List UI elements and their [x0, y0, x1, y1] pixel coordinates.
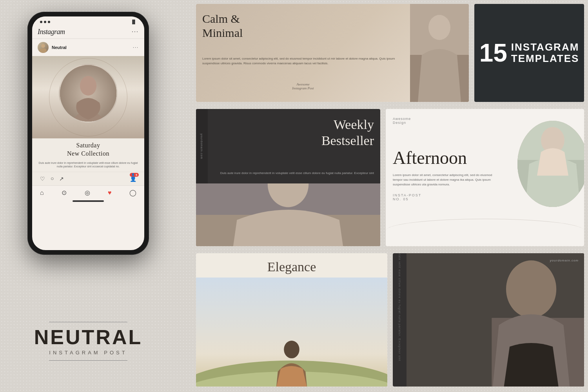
dot-4	[52, 21, 54, 23]
notification-badge: 👤 5	[130, 173, 139, 177]
status-bar: ▐▌	[32, 16, 144, 25]
bottom-row: Elegance	[196, 253, 584, 387]
afternoon-body: Lorem ipsum dolor sit amet, consectetur …	[393, 173, 494, 187]
dot-1	[40, 21, 42, 23]
nav-bar: ⌂ ⊙ ◎ ♥ ◯	[32, 185, 144, 199]
badge-number: 15	[479, 40, 507, 65]
heart-nav-icon[interactable]: ♥	[108, 189, 112, 196]
weekly-title: Weekly Bestseller	[214, 117, 374, 149]
elegance-photo	[196, 278, 387, 387]
notification-wrapper: 👤 👤 5	[130, 175, 136, 182]
elegance-title: Elegance	[203, 260, 380, 274]
brand-line-bottom	[49, 360, 127, 361]
like-icon[interactable]: ♡	[40, 176, 45, 182]
svg-point-3	[80, 76, 96, 96]
brand-subtitle: INSTAGRAM POST	[27, 350, 149, 356]
profile-name: Neutral	[52, 45, 130, 50]
card-dark-main: yourdomain.com Dark & Elegant	[407, 253, 584, 387]
home-indicator	[73, 200, 104, 202]
dot-2	[44, 21, 46, 23]
home-nav-icon[interactable]: ⌂	[40, 189, 44, 196]
afternoon-arc	[386, 219, 584, 242]
badge-text: INSTAGRAM TEMPLATES	[511, 42, 579, 64]
template-grid: Calm & Minimal Lorem ipsum dolor sit ame…	[196, 4, 584, 388]
calm-title: Calm & Minimal	[202, 12, 404, 40]
dark-photo: yourdomain.com	[407, 253, 584, 387]
card-elegance: Elegance	[196, 253, 387, 387]
card-calm-left: Calm & Minimal Lorem ipsum dolor sit ame…	[196, 4, 410, 102]
profile-nav-icon[interactable]: ◯	[129, 189, 136, 196]
post-title-area: Saturday New Collection	[32, 138, 144, 160]
card-dark-elegant: Duis aute irure dolor in reprehenderit i…	[393, 253, 584, 387]
post-profile-row: Neutral ···	[32, 39, 144, 56]
card-weekly-content: Weekly Bestseller Duis aute irure dolor …	[208, 109, 380, 183]
calm-photo	[410, 4, 469, 102]
notification-icon: 👤	[131, 173, 135, 176]
svg-point-1	[40, 48, 47, 53]
camera-nav-icon[interactable]: ◎	[85, 189, 90, 196]
badge-line2: TEMPLATES	[511, 53, 579, 64]
header-badge: 15 INSTAGRAM TEMPLATES	[474, 4, 584, 102]
post-options-icon[interactable]: ···	[133, 45, 139, 51]
instagram-logo: Instagram	[38, 28, 65, 36]
post-actions: ♡ ○ ↗ 👤 👤 5	[32, 172, 144, 185]
instagram-header: Instagram ···	[32, 25, 144, 39]
left-section: ▐▌ Instagram ··· Neutral ·	[8, 0, 200, 392]
post-image	[32, 56, 144, 138]
phone-mockup: ▐▌ Instagram ··· Neutral ·	[27, 12, 149, 255]
svg-point-0	[41, 44, 45, 48]
dot-3	[48, 21, 50, 23]
card-weekly-bestseller: yourdomain.com Weekly Bestseller Duis au…	[196, 109, 380, 246]
phone-screen: ▐▌ Instagram ··· Neutral ·	[32, 16, 144, 250]
badge-line1: INSTAGRAM	[511, 42, 579, 53]
middle-row: yourdomain.com Weekly Bestseller Duis au…	[196, 109, 584, 246]
battery-icon: ▐▌	[131, 20, 136, 24]
more-options-icon[interactable]: ···	[132, 29, 139, 36]
share-icon[interactable]: ↗	[59, 176, 64, 182]
svg-point-18	[506, 260, 556, 318]
top-row: Calm & Minimal Lorem ipsum dolor sit ame…	[196, 4, 584, 102]
post-circle-frame	[59, 64, 118, 123]
search-nav-icon[interactable]: ⊙	[62, 189, 67, 196]
brand-title: NEUTRAL	[27, 327, 149, 347]
weekly-sidebar-text: yourdomain.com	[201, 133, 203, 159]
weekly-body: Duis aute irure dolor in reprehenderit i…	[214, 171, 374, 176]
phone-outer: ▐▌ Instagram ··· Neutral ·	[27, 12, 149, 255]
svg-point-5	[428, 15, 450, 40]
card-afternoon: AwesomeDesign Afternoon Lorem ipsum dolo…	[386, 109, 584, 246]
calm-body: Lorem ipsum dolor sit amet, consectetur …	[202, 56, 404, 66]
follow-icon[interactable]: 👤	[130, 176, 136, 182]
comment-icon[interactable]: ○	[51, 176, 54, 182]
dark-domain: yourdomain.com	[550, 259, 579, 262]
avatar	[38, 42, 49, 53]
brand-line-top	[49, 322, 127, 322]
card-calm-minimal: Calm & Minimal Lorem ipsum dolor sit ame…	[196, 4, 469, 102]
card-weekly-sidebar: yourdomain.com	[196, 109, 208, 183]
svg-point-16	[284, 341, 299, 358]
calm-footer: Awesome Instagram Post	[202, 82, 404, 94]
elegance-header: Elegance	[196, 253, 387, 278]
card-dark-sidebar-area: Duis aute irure dolor in reprehenderit i…	[393, 253, 407, 387]
signal-dots	[40, 21, 54, 23]
card-weekly-photo	[196, 183, 380, 246]
dark-sidebar-text: Duis aute irure dolor in reprehenderit i…	[398, 253, 401, 361]
card-weekly-top: yourdomain.com Weekly Bestseller Duis au…	[196, 109, 380, 183]
post-photo	[60, 65, 116, 122]
post-description: Duis aute irure dolor in reprehenderit i…	[32, 160, 144, 172]
brand-area: NEUTRAL INSTAGRAM POST	[27, 322, 149, 361]
post-title: Saturday New Collection	[38, 142, 139, 158]
afternoon-photo	[517, 121, 584, 207]
